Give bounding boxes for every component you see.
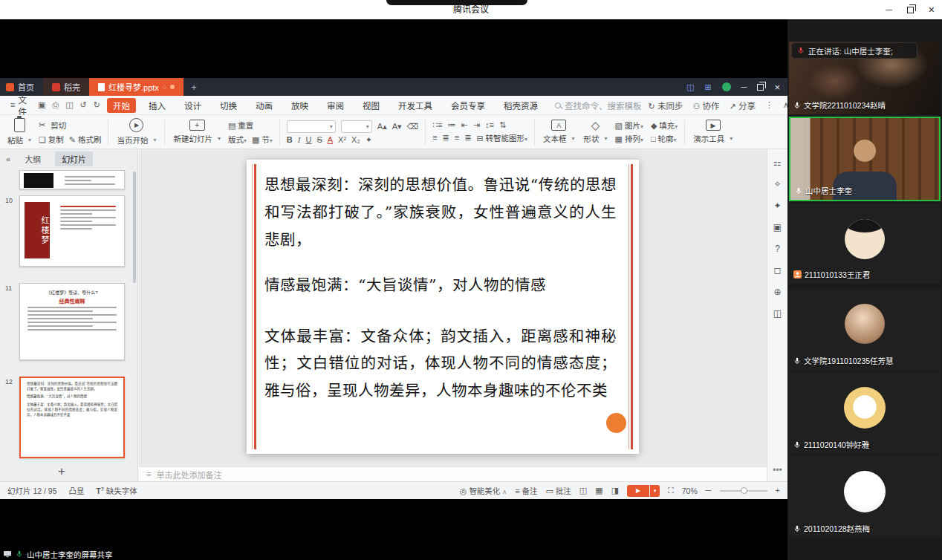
wps-minimize-icon[interactable]: ─ — [741, 83, 747, 91]
decrease-font-icon[interactable]: A▾ — [392, 123, 402, 131]
arrange-button[interactable]: ▦ 排列▾ — [615, 133, 643, 144]
current-slide[interactable]: 思想最深刻：深刻的思想价值。鲁迅说“传统的思想和写法都打破了。”家族衰败，女性普… — [247, 160, 639, 454]
font-color-button[interactable]: A — [328, 136, 333, 144]
play-from-current-button[interactable]: ▶ 当页开始▾ — [112, 118, 160, 146]
smart-graphic-button[interactable]: ⊟ 转智能图形▾ — [476, 132, 527, 143]
wps-close-icon[interactable]: × — [774, 82, 780, 92]
participant-video[interactable]: 2011020128赵燕梅 — [789, 456, 941, 538]
notes-bar[interactable]: ≡ 单击此处添加备注 — [139, 466, 767, 481]
selection-pane-icon[interactable]: ▣ — [773, 223, 782, 232]
properties-icon[interactable]: ⚏ — [773, 158, 782, 167]
align-left-icon[interactable]: ≡ — [432, 134, 437, 142]
menu-tab-animation[interactable]: 动画 — [250, 98, 279, 113]
outline-button[interactable]: □ 轮廓▾ — [651, 133, 678, 144]
more-menu-icon[interactable]: ⋮ — [765, 101, 773, 109]
menu-tab-review[interactable]: 审阅 — [321, 98, 350, 113]
slide-thumb-10[interactable]: 红楼梦 — [19, 195, 125, 267]
sync-status[interactable]: ↻ 未同步 — [648, 100, 683, 111]
highlight-toggle[interactable]: 凸显 — [69, 485, 85, 496]
underline-button[interactable]: U — [305, 136, 311, 144]
slide-canvas[interactable]: 思想最深刻：深刻的思想价值。鲁迅说“传统的思想和写法都打破了。”家族衰败，女性普… — [139, 149, 767, 466]
copy-button[interactable]: ❏ 复制 — [39, 134, 64, 145]
preview-icon[interactable]: ◫ — [65, 100, 73, 110]
view-normal-icon[interactable]: ◫ — [579, 486, 587, 495]
indent-increase-icon[interactable]: ⇥ — [473, 121, 480, 129]
zoom-knob[interactable] — [741, 487, 747, 494]
restore-icon[interactable] — [907, 7, 914, 13]
superscript-button[interactable]: X² — [338, 136, 346, 144]
help-icon[interactable]: ? — [775, 244, 780, 253]
participant-video[interactable]: 2111010133王正君 — [789, 204, 941, 284]
paste-button[interactable]: 粘贴▾ — [3, 118, 36, 146]
menu-tab-devtools[interactable]: 开发工具 — [392, 98, 438, 113]
align-center-icon[interactable]: ≣ — [443, 134, 449, 142]
text-direction-icon[interactable]: ⇅ — [499, 121, 506, 129]
tab-docer[interactable]: 稻壳 — [43, 78, 89, 96]
fit-window-icon[interactable]: ⛶ — [668, 486, 674, 495]
comments-toggle[interactable]: ▭ 批注 — [546, 485, 571, 496]
font-size-select[interactable]: ▾ — [341, 120, 372, 133]
font-family-select[interactable]: ▾ — [287, 120, 336, 133]
new-slide-button[interactable]: + 新建幻灯片▾ — [169, 120, 225, 144]
view-sorter-icon[interactable]: ▦ — [595, 486, 602, 495]
animation-pane-icon[interactable]: ✦ — [773, 201, 781, 210]
save-icon[interactable]: ▣ — [38, 100, 45, 110]
zoom-out-icon[interactable]: ─ — [706, 486, 712, 495]
undo-icon[interactable]: ↺ — [80, 100, 87, 110]
shape-button[interactable]: ◇ 形状▾ — [579, 120, 612, 144]
split-view-icon[interactable]: ◫ — [686, 82, 694, 92]
menu-tab-start[interactable]: 开始 — [107, 98, 136, 113]
slides-tab[interactable]: 幻灯片 — [55, 152, 93, 166]
zoom-level[interactable]: 70% — [682, 486, 698, 495]
collab-button[interactable]: ⚇ 协作 — [692, 100, 719, 111]
slide-text-block[interactable]: 思想最深刻：深刻的思想价值。鲁迅说“传统的思想和写法都打破了。”家族衰败，女性普… — [264, 172, 617, 405]
missing-font-warning[interactable]: T? 缺失字体 — [97, 485, 137, 496]
minimize-icon[interactable]: ─ — [886, 5, 892, 14]
panel-scrollbar[interactable] — [133, 172, 136, 283]
cut-button[interactable]: ✂ 剪切 — [39, 120, 101, 131]
present-tools-button[interactable]: ▶ 演示工具▾ — [689, 120, 737, 144]
comment-pane-icon[interactable]: ◻ — [774, 266, 782, 275]
menu-tab-slideshow[interactable]: 放映 — [285, 98, 314, 113]
text-effect-icon[interactable]: ✦ — [366, 136, 372, 144]
menu-tab-design[interactable]: 设计 — [178, 98, 207, 113]
zoom-slider[interactable] — [720, 490, 767, 492]
notes-toggle[interactable]: ≡ 备注 — [515, 485, 537, 496]
effects-icon[interactable]: ✧ — [773, 180, 781, 189]
view-reading-icon[interactable]: ◨ — [611, 486, 619, 495]
section-button[interactable]: ▦ 节▾ — [252, 134, 273, 145]
new-tab-button[interactable]: + — [183, 78, 204, 96]
menu-tab-member[interactable]: 会员专享 — [445, 98, 491, 113]
bullets-icon[interactable]: ∷≡ — [432, 121, 442, 129]
reference-icon[interactable]: ◫ — [773, 309, 782, 318]
justify-icon[interactable]: ≣ — [464, 134, 471, 142]
indent-decrease-icon[interactable]: ⇤ — [461, 121, 468, 129]
add-slide-button[interactable]: + — [58, 464, 65, 479]
slide-thumb-11[interactable]: 《红楼梦》导读、导什么? 经典性阐释 — [19, 283, 125, 360]
menu-tab-transition[interactable]: 切换 — [214, 98, 243, 113]
beautify-button[interactable]: ◎ 智能美化 ∧ — [460, 485, 507, 496]
slideshow-play-button[interactable]: ▶ — [627, 485, 649, 497]
italic-button[interactable]: I — [298, 136, 301, 144]
align-right-icon[interactable]: ≡ — [455, 134, 459, 142]
collapse-panel-icon[interactable]: « — [6, 155, 10, 163]
more-tools-icon[interactable]: ••• — [773, 465, 782, 475]
account-avatar[interactable] — [722, 82, 731, 91]
picture-button[interactable]: ▧ 图片▾ — [615, 120, 643, 131]
menu-tab-view[interactable]: 视图 — [357, 98, 386, 113]
outline-tab[interactable]: 大纲 — [18, 152, 48, 166]
slide-thumb-12[interactable]: 思想最深刻：深刻的思想价值。鲁迅说“传统的思想和写法都打破了。”家族衰败，女性普… — [19, 377, 125, 458]
menu-tab-docer-res[interactable]: 稻壳资源 — [498, 98, 544, 113]
textbox-button[interactable]: A 文本框▾ — [539, 120, 579, 144]
participant-video[interactable]: 文学院1911010235任芳慧 — [789, 288, 941, 370]
command-search[interactable]: 查找命令、搜索模板 — [555, 100, 642, 111]
orange-marker-dot[interactable] — [606, 413, 626, 433]
bold-button[interactable]: B — [287, 136, 293, 144]
slide-thumb-partial[interactable] — [19, 170, 125, 189]
tab-document[interactable]: 红楼寻梦.pptx ◌ — [89, 78, 183, 96]
layout-button[interactable]: 版式▾ — [228, 134, 247, 145]
numbering-icon[interactable]: ≔ — [448, 121, 456, 129]
share-button[interactable]: ↗ 分享 — [729, 100, 755, 111]
reset-button[interactable]: ▤ 重置 — [228, 120, 253, 131]
menu-tab-insert[interactable]: 插入 — [143, 98, 172, 113]
